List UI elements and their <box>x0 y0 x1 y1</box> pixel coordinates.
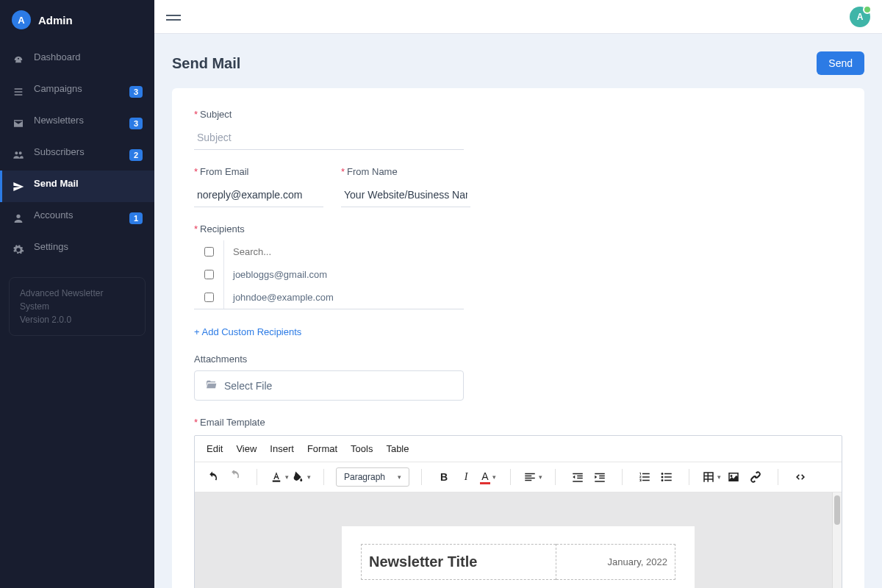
menu-table[interactable]: Table <box>386 443 409 454</box>
scrollbar[interactable] <box>832 492 842 588</box>
link-icon[interactable] <box>745 467 766 487</box>
svg-rect-0 <box>273 481 281 482</box>
recipient-checkbox[interactable] <box>204 270 214 279</box>
italic-icon[interactable]: I <box>456 467 476 487</box>
avatar[interactable]: A <box>850 7 870 27</box>
align-icon[interactable]: ▾ <box>523 467 543 487</box>
indent-icon[interactable] <box>589 467 610 487</box>
redo-icon[interactable] <box>224 467 245 487</box>
from-name-label: *From Name <box>341 166 470 177</box>
text-color-icon[interactable]: ▾ <box>269 467 290 487</box>
numbered-list-icon[interactable] <box>634 467 655 487</box>
undo-icon[interactable] <box>202 467 223 487</box>
sidebar-item-label: Dashboard <box>34 51 143 62</box>
file-picker-label: Select File <box>224 380 272 392</box>
sidebar-footer: Advanced Newsletter System Version 2.0.0 <box>9 277 146 336</box>
sidebar-badge: 1 <box>129 212 143 224</box>
page-head: Send Mail Send <box>172 51 864 75</box>
recipient-checkbox[interactable] <box>204 293 214 302</box>
editor-menubar: Edit View Insert Format Tools Table <box>195 436 842 462</box>
recipients-search-input[interactable] <box>233 246 455 257</box>
recipient-email: johndoe@example.com <box>224 286 464 309</box>
recipients-list: joebloggs@gmail.com johndoe@example.com <box>194 240 464 309</box>
recipient-row: joebloggs@gmail.com <box>194 263 464 286</box>
background-color-icon[interactable]: ▾ <box>291 467 312 487</box>
gauge-icon <box>12 54 25 66</box>
gear-icon <box>12 244 25 256</box>
from-email-label: *From Email <box>194 166 323 177</box>
subject-label: *Subject <box>194 109 842 120</box>
menu-format[interactable]: Format <box>307 443 337 454</box>
add-custom-recipients-link[interactable]: + Add Custom Recipients <box>194 326 301 337</box>
outdent-icon[interactable] <box>567 467 588 487</box>
page-title: Send Mail <box>172 55 240 72</box>
editor-body[interactable]: Newsletter Title January, 2022 <box>195 492 842 588</box>
sidebar-item-subscribers[interactable]: Subscribers 2 <box>0 139 154 171</box>
sidebar-badge: 3 <box>129 86 143 98</box>
menu-toggle-icon[interactable] <box>166 12 181 21</box>
sidebar-badge: 2 <box>129 149 143 161</box>
sidebar-item-label: Accounts <box>34 209 121 220</box>
folder-open-icon <box>205 379 217 392</box>
brand-initial-badge: A <box>12 10 31 29</box>
menu-view[interactable]: View <box>236 443 257 454</box>
form-card: *Subject *From Email *From Name *Recipie… <box>172 88 864 588</box>
users-icon <box>12 149 25 161</box>
sidebar-item-newsletters[interactable]: Newsletters 3 <box>0 107 154 139</box>
main: A Send Mail Send *Subject *From Email *F… <box>154 0 882 588</box>
template-label: *Email Template <box>194 417 842 428</box>
newsletter-date[interactable]: January, 2022 <box>564 556 667 567</box>
sidebar-item-label: Send Mail <box>34 178 143 189</box>
brand-title: Admin <box>38 14 73 26</box>
send-icon <box>12 181 25 193</box>
recipient-email: joebloggs@gmail.com <box>224 263 464 286</box>
sidebar-item-send-mail[interactable]: Send Mail <box>0 171 154 202</box>
editor-toolbar: ▾ ▾ Paragraph ▾ B I A▾ <box>195 462 842 492</box>
newsletter-title[interactable]: Newsletter Title <box>369 553 548 570</box>
list-icon <box>12 86 25 98</box>
sidebar-nav: Dashboard Campaigns 3 Newsletters 3 Subs… <box>0 40 154 270</box>
block-format-value: Paragraph <box>344 472 385 482</box>
code-icon[interactable] <box>790 467 811 487</box>
recipient-row: johndoe@example.com <box>194 286 464 309</box>
sidebar-item-dashboard[interactable]: Dashboard <box>0 44 154 76</box>
sidebar-item-label: Settings <box>34 241 143 252</box>
sidebar-badge: 3 <box>129 118 143 129</box>
footer-product: Advanced Newsletter System <box>20 287 135 313</box>
brand[interactable]: A Admin <box>0 0 154 40</box>
editor: Edit View Insert Format Tools Table ▾ <box>194 435 842 588</box>
bullet-list-icon[interactable] <box>656 467 677 487</box>
content: Send Mail Send *Subject *From Email *Fro… <box>154 34 882 588</box>
subject-input[interactable] <box>194 126 464 150</box>
mail-icon <box>12 118 25 129</box>
sidebar-item-label: Campaigns <box>34 83 121 94</box>
menu-edit[interactable]: Edit <box>207 443 223 454</box>
menu-tools[interactable]: Tools <box>351 443 373 454</box>
block-format-select[interactable]: Paragraph ▾ <box>336 467 409 487</box>
recipients-select-all[interactable] <box>204 247 214 257</box>
from-email-input[interactable] <box>194 183 323 207</box>
newsletter-preview: Newsletter Title January, 2022 <box>342 526 695 588</box>
sidebar-item-accounts[interactable]: Accounts 1 <box>0 202 154 234</box>
attachments-label: Attachments <box>194 354 842 365</box>
forecolor-icon[interactable]: A▾ <box>478 467 498 487</box>
sidebar-item-label: Subscribers <box>34 146 121 157</box>
topbar: A <box>154 0 882 34</box>
menu-insert[interactable]: Insert <box>270 443 294 454</box>
from-name-input[interactable] <box>341 183 470 207</box>
bold-icon[interactable]: B <box>434 467 454 487</box>
file-picker[interactable]: Select File <box>194 370 464 401</box>
sidebar: A Admin Dashboard Campaigns 3 Newsletter… <box>0 0 154 588</box>
account-icon <box>12 212 25 224</box>
chevron-down-icon: ▾ <box>398 473 401 481</box>
sidebar-item-label: Newsletters <box>34 115 121 126</box>
sidebar-item-campaigns[interactable]: Campaigns 3 <box>0 76 154 107</box>
sidebar-item-settings[interactable]: Settings <box>0 234 154 265</box>
footer-version: Version 2.0.0 <box>20 313 135 326</box>
send-button[interactable]: Send <box>817 51 864 75</box>
table-icon[interactable]: ▾ <box>701 467 722 487</box>
recipients-label: *Recipients <box>194 223 842 234</box>
image-icon[interactable] <box>723 467 744 487</box>
